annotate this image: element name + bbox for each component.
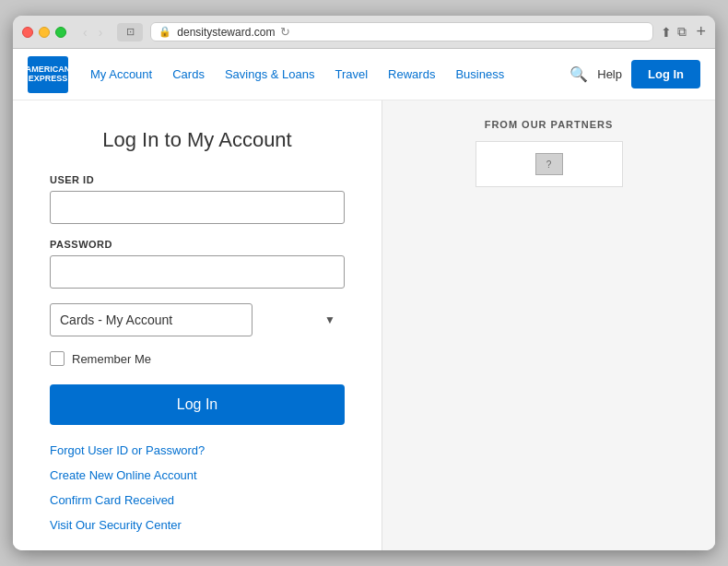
confirm-card-link[interactable]: Confirm Card Received: [50, 493, 345, 507]
userid-label: USER ID: [50, 174, 345, 185]
chevron-down-icon: ▼: [324, 313, 335, 326]
close-button[interactable]: [22, 27, 33, 38]
new-tab-button[interactable]: +: [696, 22, 706, 41]
nav-rewards[interactable]: Rewards: [379, 64, 444, 85]
reload-button[interactable]: ↻: [280, 25, 290, 39]
nav-business[interactable]: Business: [446, 64, 513, 85]
nav-travel[interactable]: Travel: [325, 64, 377, 85]
remember-me-group: Remember Me: [50, 351, 345, 366]
password-input[interactable]: [50, 255, 345, 289]
title-bar-actions: ⬆ ⧉: [661, 24, 687, 40]
remember-me-label[interactable]: Remember Me: [72, 352, 151, 366]
navbar: AMERICAN EXPRESS My Account Cards Saving…: [13, 49, 715, 100]
userid-group: USER ID: [50, 174, 345, 224]
search-icon[interactable]: 🔍: [569, 65, 588, 83]
title-bar: ‹ › ⊡ 🔒 densitysteward.com ↻ ⬆ ⧉ +: [13, 16, 715, 49]
page: AMERICAN EXPRESS My Account Cards Saving…: [13, 49, 715, 550]
new-tab-icon-button[interactable]: ⧉: [677, 24, 687, 40]
minimize-button[interactable]: [39, 27, 50, 38]
account-select[interactable]: Cards - My Account Business - My Account: [50, 303, 252, 336]
nav-actions: 🔍 Help Log In: [569, 60, 700, 88]
amex-logo: AMERICAN EXPRESS: [28, 56, 68, 93]
nav-help[interactable]: Help: [597, 67, 622, 81]
traffic-lights: [22, 27, 66, 38]
main-content: Log In to My Account USER ID PASSWORD Ca…: [13, 100, 715, 550]
password-label: PASSWORD: [50, 239, 345, 250]
browser-window: ‹ › ⊡ 🔒 densitysteward.com ↻ ⬆ ⧉ + AMERI…: [13, 16, 715, 550]
right-panel: FROM OUR PARTNERS ?: [382, 100, 715, 550]
share-button[interactable]: ⬆: [661, 25, 672, 40]
left-panel: Log In to My Account USER ID PASSWORD Ca…: [13, 100, 382, 550]
tab-bar: ⊡: [117, 23, 143, 41]
nav-links: My Account Cards Savings & Loans Travel …: [81, 64, 569, 85]
address-bar[interactable]: 🔒 densitysteward.com ↻: [150, 22, 653, 41]
helper-links: Forgot User ID or Password? Create New O…: [50, 443, 345, 532]
nav-login-button[interactable]: Log In: [631, 60, 700, 88]
userid-input[interactable]: [50, 191, 345, 224]
tab-icon: ⊡: [117, 23, 143, 41]
security-center-link[interactable]: Visit Our Security Center: [50, 518, 345, 532]
maximize-button[interactable]: [55, 27, 66, 38]
logo-line2: EXPRESS: [29, 75, 68, 84]
create-account-link[interactable]: Create New Online Account: [50, 468, 345, 482]
login-button[interactable]: Log In: [50, 384, 345, 425]
url-text: densitysteward.com: [177, 26, 275, 39]
partners-title: FROM OUR PARTNERS: [485, 119, 614, 130]
partners-box: ?: [476, 141, 623, 187]
account-select-wrapper: Cards - My Account Business - My Account…: [50, 303, 345, 336]
page-title: Log In to My Account: [50, 128, 345, 152]
nav-savings-loans[interactable]: Savings & Loans: [216, 64, 324, 85]
remember-me-checkbox[interactable]: [50, 351, 65, 366]
password-group: PASSWORD: [50, 239, 345, 289]
lock-icon: 🔒: [159, 26, 171, 38]
forward-button[interactable]: ›: [95, 23, 107, 41]
nav-cards[interactable]: Cards: [163, 64, 214, 85]
partners-image-placeholder: ?: [535, 153, 563, 175]
nav-arrows: ‹ ›: [79, 23, 106, 41]
forgot-link[interactable]: Forgot User ID or Password?: [50, 443, 345, 457]
back-button[interactable]: ‹: [79, 23, 91, 41]
nav-my-account[interactable]: My Account: [81, 64, 161, 85]
